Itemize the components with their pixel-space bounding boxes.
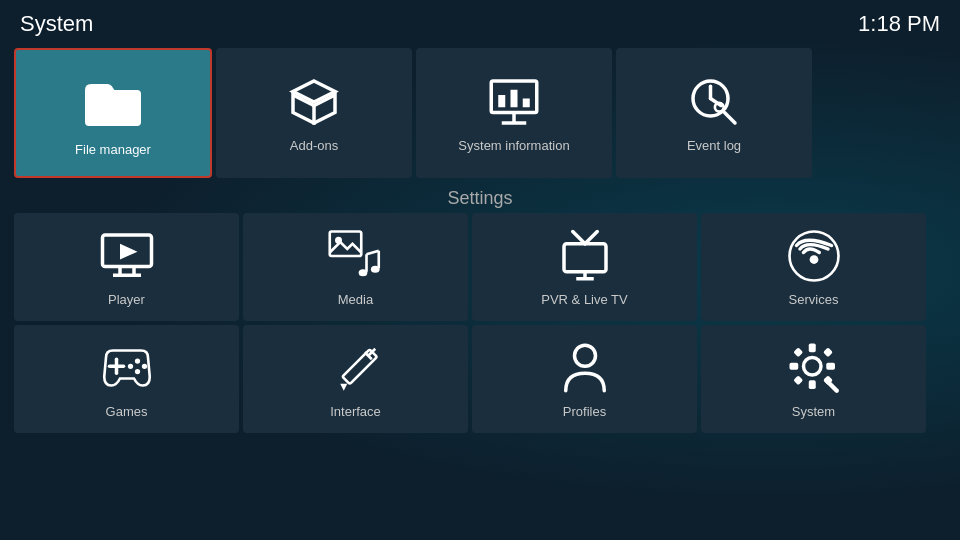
svg-rect-48 xyxy=(793,347,803,357)
tile-player[interactable]: Player xyxy=(14,213,239,321)
svg-point-43 xyxy=(803,357,821,375)
svg-rect-50 xyxy=(793,375,803,385)
settings-label: Settings xyxy=(0,188,960,209)
svg-marker-14 xyxy=(120,243,138,259)
tile-event-log[interactable]: Event log xyxy=(616,48,812,178)
svg-point-42 xyxy=(574,345,595,366)
page-title: System xyxy=(20,11,93,37)
tile-media-label: Media xyxy=(338,292,373,307)
tile-system-information-label: System information xyxy=(458,138,569,153)
pencil-ruler-icon xyxy=(328,340,384,396)
svg-rect-4 xyxy=(511,89,518,107)
folder-icon xyxy=(81,70,145,134)
tile-system-information[interactable]: System information xyxy=(416,48,612,178)
tile-interface[interactable]: Interface xyxy=(243,325,468,433)
svg-rect-25 xyxy=(564,243,606,271)
wifi-circle-icon xyxy=(786,228,842,284)
svg-point-34 xyxy=(134,358,139,363)
main-page: System 1:18 PM File manager xyxy=(0,0,960,540)
svg-marker-39 xyxy=(340,383,347,390)
svg-rect-49 xyxy=(823,347,833,357)
svg-point-24 xyxy=(370,265,379,272)
svg-rect-44 xyxy=(808,343,815,352)
tile-profiles-label: Profiles xyxy=(563,404,606,419)
svg-point-35 xyxy=(141,363,146,368)
tile-games[interactable]: Games xyxy=(14,325,239,433)
tile-system[interactable]: System xyxy=(701,325,926,433)
tile-interface-label: Interface xyxy=(330,404,381,419)
svg-rect-3 xyxy=(498,95,505,107)
svg-rect-38 xyxy=(342,349,377,384)
svg-rect-47 xyxy=(826,362,835,369)
tile-profiles[interactable]: Profiles xyxy=(472,325,697,433)
tile-media[interactable]: Media xyxy=(243,213,468,321)
svg-rect-5 xyxy=(523,98,530,107)
person-icon xyxy=(557,340,613,396)
tile-add-ons[interactable]: Add-ons xyxy=(216,48,412,178)
tile-file-manager-label: File manager xyxy=(75,142,151,157)
box-icon xyxy=(286,74,342,130)
tv-antenna-icon xyxy=(557,228,613,284)
tile-pvr-live-tv-label: PVR & Live TV xyxy=(541,292,627,307)
svg-line-11 xyxy=(725,112,736,123)
tile-services[interactable]: Services xyxy=(701,213,926,321)
gamepad-icon xyxy=(99,340,155,396)
svg-line-52 xyxy=(826,380,837,391)
svg-rect-18 xyxy=(329,231,361,256)
tile-services-label: Services xyxy=(789,292,839,307)
tile-player-label: Player xyxy=(108,292,145,307)
settings-row-2: Games Interface xyxy=(14,325,946,433)
tile-add-ons-label: Add-ons xyxy=(290,138,338,153)
top-row: File manager Add-ons xyxy=(0,48,960,178)
tile-file-manager[interactable]: File manager xyxy=(14,48,212,178)
tile-event-log-label: Event log xyxy=(687,138,741,153)
svg-line-26 xyxy=(572,231,584,243)
settings-rows: Player xyxy=(0,213,960,433)
svg-point-37 xyxy=(127,363,132,368)
clock: 1:18 PM xyxy=(858,11,940,37)
media-notes-icon xyxy=(328,228,384,284)
svg-point-30 xyxy=(809,255,818,264)
svg-point-12 xyxy=(715,102,724,111)
play-screen-icon xyxy=(99,228,155,284)
svg-rect-45 xyxy=(808,380,815,389)
settings-row-1: Player xyxy=(14,213,946,321)
gear-wrench-icon xyxy=(786,340,842,396)
svg-point-23 xyxy=(358,269,367,276)
tile-games-label: Games xyxy=(106,404,148,419)
svg-line-21 xyxy=(366,250,378,254)
svg-point-36 xyxy=(134,368,139,373)
svg-line-27 xyxy=(585,231,597,243)
presentation-icon xyxy=(486,74,542,130)
svg-rect-46 xyxy=(789,362,798,369)
tile-system-label: System xyxy=(792,404,835,419)
clock-search-icon xyxy=(686,74,742,130)
tile-pvr-live-tv[interactable]: PVR & Live TV xyxy=(472,213,697,321)
svg-rect-0 xyxy=(85,90,141,126)
header: System 1:18 PM xyxy=(0,0,960,48)
